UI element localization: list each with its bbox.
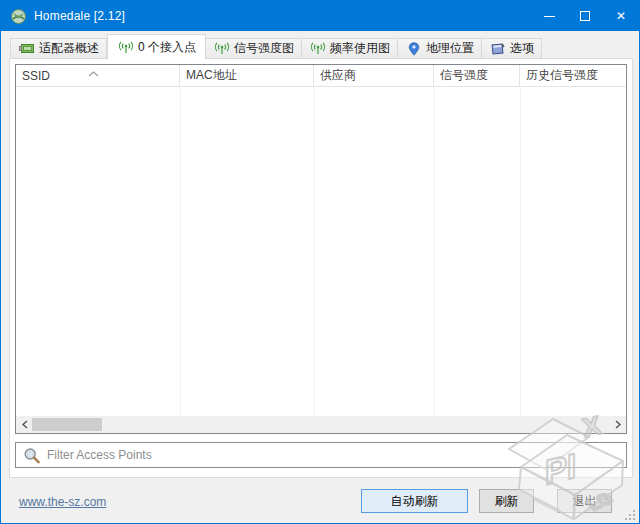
column-header-ssid[interactable]: SSID xyxy=(16,65,180,86)
filter-box xyxy=(15,442,627,468)
column-header-label: 供应商 xyxy=(320,67,356,84)
column-header-signal-history[interactable]: 历史信号强度 xyxy=(520,65,626,86)
antenna-icon xyxy=(309,42,326,56)
column-header-mac[interactable]: MAC地址 xyxy=(180,65,314,86)
tab-access-points[interactable]: 0 个接入点 xyxy=(107,34,206,60)
tab-label: 选项 xyxy=(510,40,534,57)
scroll-left-button[interactable] xyxy=(16,416,33,433)
column-header-vendor[interactable]: 供应商 xyxy=(314,65,434,86)
filter-access-points-input[interactable] xyxy=(16,443,626,467)
scroll-right-button[interactable] xyxy=(609,416,626,433)
table-header-row: SSID MAC地址 供应商 信号强度 历史信号强度 xyxy=(16,65,626,87)
tab-bar: 适配器概述 0 个接入点 xyxy=(10,33,542,59)
tab-signal-strength-graph[interactable]: 信号强度图 xyxy=(206,38,302,59)
window-controls: ✕ xyxy=(531,1,639,31)
column-header-label: SSID xyxy=(22,69,50,83)
tab-label: 地理位置 xyxy=(426,40,474,57)
column-header-label: 历史信号强度 xyxy=(526,67,598,84)
access-points-page: SSID MAC地址 供应商 信号强度 历史信号强度 xyxy=(9,58,633,478)
exit-button[interactable]: 退出 xyxy=(557,489,612,513)
column-divider xyxy=(520,87,521,416)
titlebar[interactable]: Homedale [2.12] ✕ xyxy=(1,1,639,31)
tab-options[interactable]: 选项 xyxy=(482,38,542,59)
website-link[interactable]: www.the-sz.com xyxy=(19,495,106,509)
close-icon: ✕ xyxy=(616,10,626,22)
tab-label: 频率使用图 xyxy=(330,40,390,57)
window-title: Homedale [2.12] xyxy=(34,9,125,23)
table-body-empty[interactable] xyxy=(16,87,626,416)
scrollbar-thumb[interactable] xyxy=(32,418,102,431)
footer-bar: www.the-sz.com 自动刷新 刷新 退出 xyxy=(1,479,639,523)
resize-grip[interactable] xyxy=(623,507,636,520)
column-header-signal[interactable]: 信号强度 xyxy=(434,65,520,86)
access-points-table[interactable]: SSID MAC地址 供应商 信号强度 历史信号强度 xyxy=(15,64,627,434)
homedale-window: Homedale [2.12] ✕ 适配器概述 xyxy=(0,0,640,524)
refresh-button[interactable]: 刷新 xyxy=(479,489,534,513)
tab-label: 0 个接入点 xyxy=(138,39,196,56)
horizontal-scrollbar[interactable] xyxy=(16,416,626,433)
tab-label: 适配器概述 xyxy=(39,40,99,57)
maximize-button[interactable] xyxy=(567,1,603,31)
column-header-label: 信号强度 xyxy=(440,67,488,84)
tab-label: 信号强度图 xyxy=(234,40,294,57)
tab-frequency-usage-graph[interactable]: 频率使用图 xyxy=(302,38,398,59)
adapter-icon xyxy=(18,42,35,56)
scroll-right-icon xyxy=(615,420,621,429)
tab-geolocation[interactable]: 地理位置 xyxy=(398,38,482,59)
antenna-icon xyxy=(117,40,134,54)
tab-adapter-overview[interactable]: 适配器概述 xyxy=(10,38,107,59)
sort-ascending-icon xyxy=(88,66,99,80)
maximize-icon xyxy=(580,11,590,21)
location-pin-icon xyxy=(405,42,422,56)
column-header-label: MAC地址 xyxy=(186,67,237,84)
close-button[interactable]: ✕ xyxy=(603,1,639,31)
column-divider xyxy=(180,87,181,416)
app-icon xyxy=(10,8,27,25)
options-icon xyxy=(489,42,506,56)
minimize-button[interactable] xyxy=(531,1,567,31)
scroll-left-icon xyxy=(22,420,28,429)
minimize-icon xyxy=(544,16,555,17)
antenna-icon xyxy=(213,42,230,56)
resize-grip-icon xyxy=(623,508,636,521)
auto-refresh-button[interactable]: 自动刷新 xyxy=(361,489,468,513)
column-divider xyxy=(434,87,435,416)
column-divider xyxy=(314,87,315,416)
